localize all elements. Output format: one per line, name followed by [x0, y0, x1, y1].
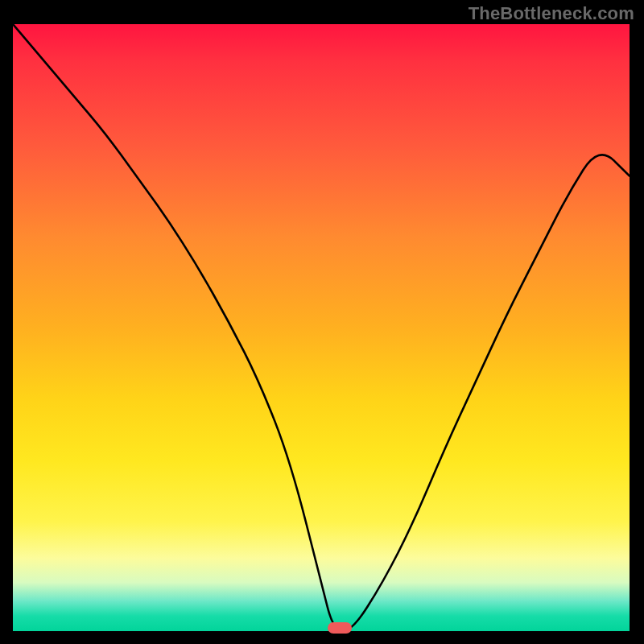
optimal-marker [328, 622, 352, 634]
watermark-text: TheBottleneck.com [469, 3, 634, 24]
chart-container: TheBottleneck.com [0, 0, 644, 644]
chart-plot-area [13, 24, 630, 631]
bottleneck-curve [13, 24, 630, 631]
